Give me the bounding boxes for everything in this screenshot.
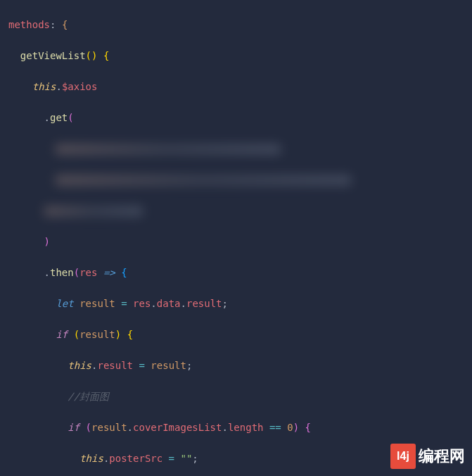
code-line: //封面图 <box>8 389 472 404</box>
code-line: getViewList() { <box>8 48 472 63</box>
watermark-text: 编程网 <box>419 449 465 464</box>
redacted-content <box>44 206 143 216</box>
code-line-blurred <box>8 172 472 187</box>
code-line: .get( <box>8 110 472 125</box>
code-line: this.result = result; <box>8 358 472 373</box>
code-line: ) <box>8 234 472 249</box>
code-line: if (result) { <box>8 327 472 342</box>
code-line: let result = res.data.result; <box>8 296 472 311</box>
code-line: .then(res => { <box>8 265 472 280</box>
code-editor[interactable]: methods: { getViewList() { this.$axios .… <box>0 0 472 476</box>
redacted-content <box>56 175 351 185</box>
code-line-blurred <box>8 141 472 156</box>
code-line: this.$axios <box>8 79 472 94</box>
code-line-blurred <box>8 203 472 218</box>
code-line: if (result.coverImagesList.length == 0) … <box>8 420 472 435</box>
watermark: l4j 编程网 <box>390 444 465 469</box>
watermark-logo-icon: l4j <box>390 444 416 469</box>
redacted-content <box>56 144 281 154</box>
code-line: methods: { <box>8 17 472 32</box>
